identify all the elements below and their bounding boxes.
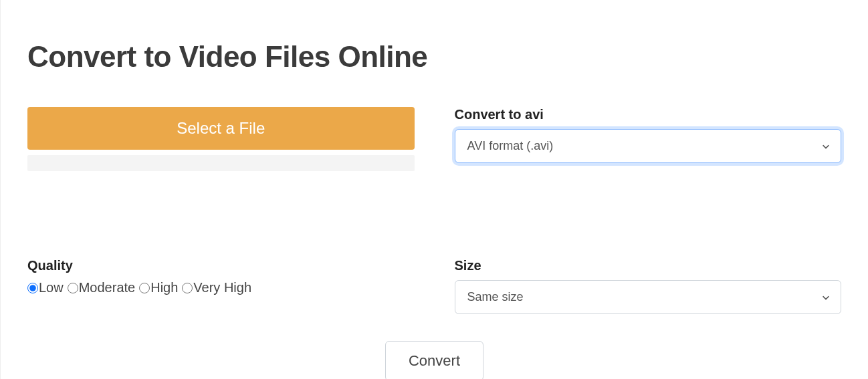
- size-select[interactable]: Same size: [455, 280, 842, 314]
- quality-radio-moderate[interactable]: [68, 283, 78, 293]
- quality-option-label: High: [150, 280, 178, 295]
- quality-radio-group: Low Moderate High Very High: [27, 280, 415, 295]
- quality-radio-high[interactable]: [139, 283, 150, 293]
- file-drop-area[interactable]: [27, 155, 415, 171]
- convert-button[interactable]: Convert: [385, 341, 483, 379]
- size-label: Size: [455, 258, 842, 273]
- quality-option-label: Very High: [193, 280, 251, 295]
- quality-label: Quality: [27, 258, 415, 273]
- quality-option-very-high[interactable]: Very High: [182, 280, 251, 295]
- quality-option-low[interactable]: Low: [27, 280, 64, 295]
- quality-radio-very-high[interactable]: [182, 283, 193, 293]
- format-select[interactable]: AVI format (.avi): [455, 129, 842, 163]
- quality-option-label: Moderate: [79, 280, 136, 295]
- quality-option-high[interactable]: High: [139, 280, 178, 295]
- quality-option-label: Low: [39, 280, 64, 295]
- page-title: Convert to Video Files Online: [27, 40, 841, 74]
- quality-radio-low[interactable]: [27, 283, 38, 293]
- quality-option-moderate[interactable]: Moderate: [68, 280, 136, 295]
- select-file-button[interactable]: Select a File: [27, 107, 415, 150]
- format-label: Convert to avi: [455, 107, 842, 122]
